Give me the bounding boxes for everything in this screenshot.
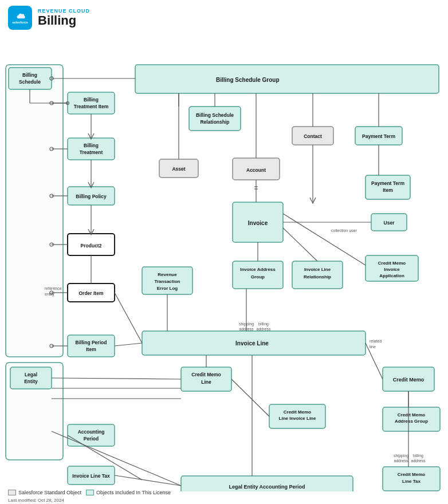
svg-text:Billing Schedule: Billing Schedule [196,112,234,118]
svg-text:salesforce: salesforce [12,21,28,24]
included-obj-box [86,490,94,495]
standard-object-legend: Salesforce Standard Object [8,490,81,495]
standard-obj-label: Salesforce Standard Object [18,490,81,495]
svg-rect-21 [68,335,115,357]
svg-text:Treatment: Treatment [80,149,103,155]
svg-text:Payment Term: Payment Term [371,180,404,186]
svg-line-116 [283,214,366,265]
svg-text:Invoice Line: Invoice Line [304,267,331,272]
svg-text:billing: billing [258,322,269,326]
svg-text:Address Group: Address Group [395,419,428,424]
svg-text:Billing: Billing [84,143,99,148]
svg-rect-5 [9,68,52,89]
svg-text:Group: Group [251,274,265,279]
svg-text:reference: reference [45,286,62,290]
header: salesforce REVENUE CLOUD Billing [0,0,448,33]
svg-text:Asset: Asset [172,166,185,172]
svg-line-104 [115,343,142,346]
header-title: Billing [38,14,90,27]
svg-text:related: related [370,339,382,343]
svg-text:Line Tax: Line Tax [402,479,421,484]
svg-text:Credit Memo: Credit Memo [398,412,426,418]
svg-text:Payment Term: Payment Term [362,133,395,139]
billing-schedule-text: Billing [22,72,37,78]
included-object-legend: Objects Included In This License [86,490,171,495]
svg-text:line: line [370,345,376,349]
svg-line-128 [115,475,181,486]
svg-text:Billing Period: Billing Period [76,340,107,345]
svg-line-103 [115,293,142,343]
svg-text:billing: billing [413,454,423,458]
billing-schedule-group-label: Billing Schedule Group [216,77,280,83]
svg-text:Invoice Line: Invoice Line [235,340,269,346]
salesforce-logo: salesforce [8,6,32,30]
svg-rect-7 [68,92,115,114]
diagram-area: Billing Schedule Group Billing Schedule … [0,33,448,491]
svg-text:Relationship: Relationship [304,274,331,279]
svg-text:Contact: Contact [304,133,322,139]
svg-text:address: address [394,459,408,463]
svg-text:Legal: Legal [25,372,37,377]
legend-row: Salesforce Standard Object Objects Inclu… [8,490,171,495]
header-text: REVENUE CLOUD Billing [38,8,90,27]
svg-text:Item: Item [86,346,96,352]
svg-text:Entity: Entity [24,379,38,384]
svg-text:address: address [411,459,426,463]
svg-text:Credit Memo: Credit Memo [398,472,426,477]
svg-text:Invoice: Invoice [248,220,268,226]
svg-text:Order Item: Order Item [79,290,104,296]
svg-text:Billing: Billing [84,97,99,103]
legend: Salesforce Standard Object Objects Inclu… [8,490,171,503]
svg-text:Revenue: Revenue [158,272,177,277]
svg-text:Schedule: Schedule [19,79,41,85]
svg-text:Error Log: Error Log [157,286,178,291]
svg-text:collection user: collection user [331,229,357,233]
svg-text:Invoice Address: Invoice Address [240,267,276,272]
svg-text:Credit Memo: Credit Memo [378,261,406,266]
svg-line-124 [52,378,181,379]
svg-text:Accounting: Accounting [78,429,105,435]
page-container: salesforce REVENUE CLOUD Billing [0,0,448,504]
svg-text:Product2: Product2 [81,243,102,249]
svg-text:Credit Memo: Credit Memo [284,410,312,415]
svg-text:Invoice Line Tax: Invoice Line Tax [72,473,110,479]
svg-text:Item: Item [383,187,393,193]
standard-obj-box [8,490,16,495]
svg-text:Credit Memo: Credit Memo [393,377,425,383]
svg-text:Line: Line [201,379,211,385]
svg-rect-3 [6,65,63,357]
svg-text:Account: Account [246,167,266,173]
svg-text:address: address [257,327,271,331]
svg-text:Period: Period [84,436,99,442]
svg-rect-4 [135,65,439,93]
svg-text:Transaction: Transaction [155,279,180,284]
svg-text:User: User [384,220,395,226]
svg-rect-25 [10,367,52,389]
last-modified: Last modified: Oct 28, 2024 [8,498,171,503]
included-obj-label: Objects Included In This License [96,490,171,495]
svg-rect-10 [68,138,115,160]
svg-text:shipping: shipping [394,454,408,458]
svg-text:Line Invoice Line: Line Invoice Line [279,416,316,421]
diagram-svg: Billing Schedule Group Billing Schedule … [0,33,448,491]
svg-text:Credit Memo: Credit Memo [191,372,221,377]
svg-rect-28 [68,424,115,446]
svg-text:Legal Entity Accounting Period: Legal Entity Accounting Period [229,484,305,490]
svg-line-121 [231,379,269,416]
svg-text:Application: Application [379,273,404,278]
svg-text:Invoice: Invoice [384,267,400,272]
svg-line-115 [283,228,317,261]
svg-text:Relationship: Relationship [200,119,229,125]
svg-rect-33 [189,107,241,131]
svg-text:Billing Policy: Billing Policy [76,194,107,199]
svg-text:Treatment Item: Treatment Item [74,104,109,109]
